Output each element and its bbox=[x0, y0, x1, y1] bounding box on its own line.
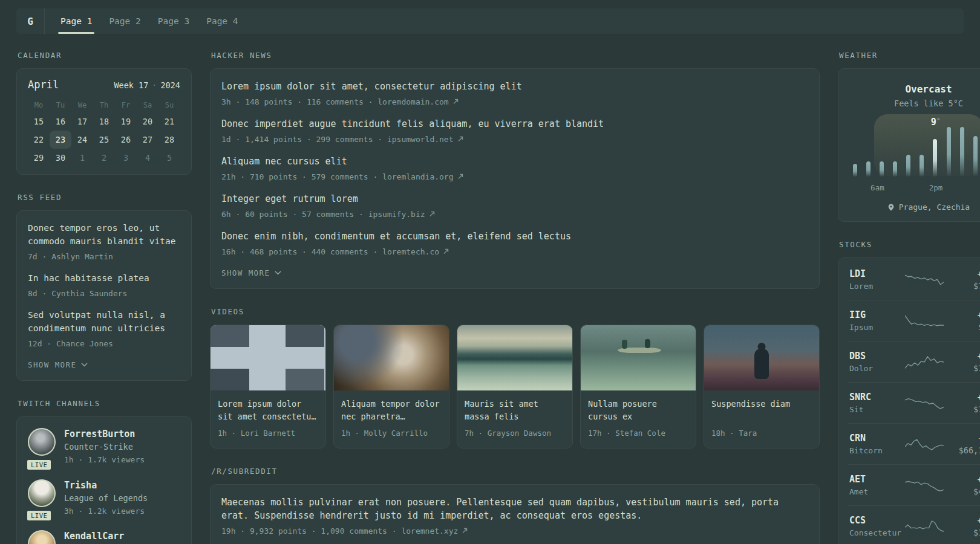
rss-item[interactable]: Donec tempor eros leo, ut commodo mauris… bbox=[28, 222, 180, 262]
separator-dot: · bbox=[152, 80, 157, 90]
stock-identity: AET Amet bbox=[849, 474, 905, 496]
stock-row[interactable]: CRN Bitcorn -1.00% $66,171.48 bbox=[848, 423, 980, 464]
hackernews-domain-link[interactable]: ipsumworld.net bbox=[387, 135, 454, 144]
hackernews-item[interactable]: Donec imperdiet augue tincidunt felis al… bbox=[221, 117, 808, 145]
calendar-day[interactable]: 29 bbox=[28, 149, 50, 167]
calendar-day[interactable]: 15 bbox=[28, 112, 50, 131]
avatar-wrap: LIVE bbox=[28, 530, 56, 544]
calendar-day[interactable]: 5 bbox=[158, 149, 180, 167]
stock-ticker: CRN bbox=[849, 433, 905, 444]
channel-meta: 1h · 1.7k viewers bbox=[64, 454, 145, 466]
stock-price: $165.84 bbox=[973, 528, 980, 537]
weather-bar bbox=[933, 139, 937, 177]
subreddit-domain-link[interactable]: loremnet.xyz bbox=[401, 526, 458, 536]
rss-item[interactable]: In hac habitasse platea 8d · Cynthia Sau… bbox=[28, 272, 180, 299]
stock-row[interactable]: DBS Dolor +1.42% $156.28 bbox=[848, 341, 980, 382]
stocks-widget: STOCKS LDI Lorem +4 bbox=[838, 240, 980, 544]
calendar-day[interactable]: 21 bbox=[158, 112, 180, 131]
subreddit-post[interactable]: Maecenas mollis pulvinar erat non posuer… bbox=[221, 496, 808, 537]
video-card[interactable]: Suspendisse diam 18h · Tara bbox=[704, 325, 820, 448]
stock-values: +0.51% $165.84 bbox=[973, 516, 980, 537]
twitch-channel[interactable]: LIVE KendallCarr bbox=[28, 530, 180, 544]
hackernews-item[interactable]: Integer eget rutrum lorem 6h · 60 points… bbox=[221, 192, 808, 220]
avatar bbox=[28, 530, 56, 544]
weather-bar bbox=[853, 164, 857, 177]
twitch-widget: TWITCH CHANNELS LIVE ForrestBurton Count… bbox=[16, 399, 192, 544]
weather-bar bbox=[906, 155, 910, 177]
hackernews-item-meta: 1d · 1,414 points · 299 comments · ipsum… bbox=[221, 134, 808, 146]
hackernews-meta-text: 1d · 1,414 points · 299 comments · bbox=[221, 135, 387, 144]
stock-identity: DBS Dolor bbox=[849, 351, 905, 373]
hackernews-widget: HACKER NEWS Lorem ipsum dolor sit amet, … bbox=[210, 51, 820, 289]
hackernews-item-title: Lorem ipsum dolor sit amet, consectetur … bbox=[221, 80, 808, 94]
twitch-channel[interactable]: LIVE Trisha League of Legends 3h · 1.2k … bbox=[28, 479, 180, 517]
rss-item[interactable]: Sed volutpat nulla nisl, a condimentum n… bbox=[28, 309, 180, 349]
calendar-day[interactable]: 16 bbox=[50, 112, 71, 131]
rss-show-more-button[interactable]: SHOW MORE bbox=[28, 359, 88, 369]
stock-identity: SNRC Sit bbox=[849, 392, 905, 414]
channel-name: ForrestBurton bbox=[64, 429, 145, 439]
video-title: Suspendisse diam bbox=[711, 398, 812, 423]
live-badge: LIVE bbox=[26, 510, 52, 522]
calendar-day[interactable]: 3 bbox=[115, 149, 137, 167]
stock-row[interactable]: SNRC Sit +1.36% $148.64 bbox=[848, 382, 980, 423]
hackernews-show-more-button[interactable]: SHOW MORE bbox=[221, 267, 281, 277]
calendar-day-header: Su bbox=[158, 98, 180, 112]
twitch-channel[interactable]: LIVE ForrestBurton Counter-Strike 1h · 1… bbox=[28, 428, 180, 466]
avatar-wrap: LIVE bbox=[28, 479, 56, 517]
stock-row[interactable]: CCS Consectetur +0.51% $165.84 bbox=[848, 505, 980, 544]
calendar-day[interactable]: 24 bbox=[71, 131, 93, 149]
stock-row[interactable]: AET Amet +0.92% $499.72 bbox=[848, 464, 980, 505]
stock-row[interactable]: IIG Ipsum +2.84% $42.04 bbox=[848, 300, 980, 341]
calendar-day[interactable]: 23 bbox=[50, 131, 71, 149]
calendar-day[interactable]: 17 bbox=[71, 112, 93, 131]
hackernews-item[interactable]: Donec enim nibh, condimentum et accumsan… bbox=[221, 230, 808, 257]
calendar-day[interactable]: 4 bbox=[137, 149, 158, 167]
hackernews-item[interactable]: Aliquam nec cursus elit 21h · 710 points… bbox=[221, 155, 808, 183]
logo[interactable]: G bbox=[16, 8, 45, 34]
video-thumbnail bbox=[334, 325, 449, 390]
page-tab[interactable]: Page 3 bbox=[149, 8, 198, 34]
stocks-card: LDI Lorem +4.35% $795.18 bbox=[838, 257, 980, 544]
stock-change: +0.92% bbox=[977, 474, 980, 484]
video-card[interactable]: Nullam posuere cursus ex 17h · Stefan Co… bbox=[580, 325, 696, 448]
calendar-day[interactable]: 25 bbox=[93, 131, 115, 149]
stock-name: Amet bbox=[849, 487, 905, 496]
hackernews-domain-link[interactable]: loremtech.co bbox=[382, 247, 439, 256]
rss-widget: RSS FEED Donec tempor eros leo, ut commo… bbox=[16, 193, 192, 381]
video-card[interactable]: Lorem ipsum dolor sit amet consectetu… 1… bbox=[210, 325, 326, 448]
calendar-day[interactable]: 1 bbox=[71, 149, 93, 167]
rss-card: Donec tempor eros leo, ut commodo mauris… bbox=[16, 210, 192, 381]
hackernews-domain-link[interactable]: loremdomain.com bbox=[377, 97, 448, 106]
calendar-day[interactable]: 20 bbox=[137, 112, 158, 131]
calendar-day[interactable]: 19 bbox=[115, 112, 137, 131]
video-card-body: Nullam posuere cursus ex 17h · Stefan Co… bbox=[581, 390, 696, 448]
external-link-icon bbox=[443, 248, 449, 254]
live-badge: LIVE bbox=[26, 459, 52, 471]
calendar-day[interactable]: 26 bbox=[115, 131, 137, 149]
page-tab[interactable]: Page 2 bbox=[100, 8, 149, 34]
video-card[interactable]: Mauris sit amet massa felis 7h · Grayson… bbox=[457, 325, 573, 448]
video-thumbnail bbox=[704, 325, 819, 390]
hackernews-item-meta: 6h · 60 points · 57 comments · ipsumify.… bbox=[221, 209, 808, 221]
stock-row[interactable]: LDI Lorem +4.35% $795.18 bbox=[848, 259, 980, 300]
calendar-day[interactable]: 28 bbox=[158, 131, 180, 149]
calendar-header: April Week 17·2024 bbox=[28, 79, 180, 91]
channel-game: Counter-Strike bbox=[64, 442, 145, 452]
page-tab[interactable]: Page 4 bbox=[198, 8, 246, 34]
hackernews-domain-link[interactable]: loremlandia.org bbox=[382, 172, 453, 181]
hackernews-meta-text: 3h · 148 points · 116 comments · bbox=[221, 97, 377, 106]
stock-identity: CRN Bitcorn bbox=[849, 433, 905, 455]
calendar-day[interactable]: 18 bbox=[93, 112, 115, 131]
stock-ticker: AET bbox=[849, 474, 905, 485]
hackernews-item[interactable]: Lorem ipsum dolor sit amet, consectetur … bbox=[221, 80, 808, 108]
stock-change: -1.00% bbox=[977, 433, 980, 443]
hackernews-domain-link[interactable]: ipsumify.biz bbox=[368, 210, 425, 219]
calendar-day[interactable]: 27 bbox=[137, 131, 158, 149]
page-tab[interactable]: Page 1 bbox=[52, 8, 100, 34]
calendar-day[interactable]: 2 bbox=[93, 149, 115, 167]
video-card[interactable]: Aliquam tempor dolor nec pharetra… 1h · … bbox=[333, 325, 449, 448]
calendar-day[interactable]: 30 bbox=[50, 149, 71, 167]
stock-price: $795.18 bbox=[973, 281, 980, 291]
calendar-day[interactable]: 22 bbox=[28, 131, 50, 149]
